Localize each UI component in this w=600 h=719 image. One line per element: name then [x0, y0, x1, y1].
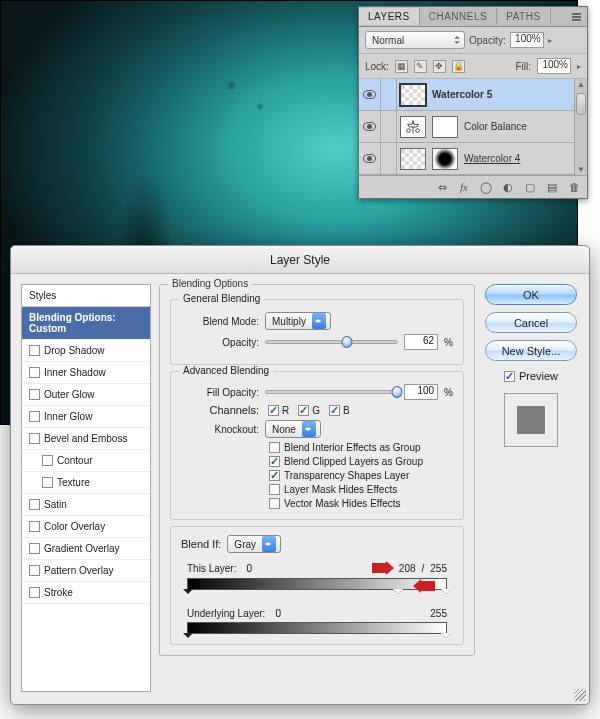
white-stop-split-left[interactable] — [393, 589, 403, 599]
style-bevel-emboss[interactable]: Bevel and Emboss — [22, 428, 150, 450]
checkbox[interactable] — [298, 405, 309, 416]
link-col[interactable] — [381, 111, 397, 142]
layer-name[interactable]: Color Balance — [464, 121, 527, 132]
opacity-slider[interactable] — [265, 340, 398, 344]
adjustment-thumbnail[interactable] — [400, 116, 426, 138]
knockout-select[interactable]: None — [265, 420, 321, 438]
new-group-icon[interactable]: ▢ — [523, 180, 537, 194]
checkbox[interactable] — [269, 470, 280, 481]
style-gradient-overlay[interactable]: Gradient Overlay — [22, 538, 150, 560]
link-col[interactable] — [381, 79, 397, 110]
checkbox[interactable] — [29, 433, 40, 444]
fill-opacity-input[interactable]: 100 — [404, 384, 438, 400]
blend-mode-select[interactable]: Multiply — [265, 312, 331, 330]
visibility-eye-icon[interactable] — [363, 90, 376, 99]
delete-layer-icon[interactable]: 🗑 — [567, 180, 581, 194]
tab-paths[interactable]: PATHS — [497, 8, 550, 25]
checkbox[interactable] — [29, 411, 40, 422]
checkbox[interactable] — [29, 499, 40, 510]
adjustment-layer-icon[interactable]: ◐ — [501, 180, 515, 194]
new-style-button[interactable]: New Style... — [485, 340, 577, 361]
checkbox[interactable] — [29, 587, 40, 598]
style-color-overlay[interactable]: Color Overlay — [22, 516, 150, 538]
underlying-gradient[interactable] — [187, 622, 447, 634]
layer-blend-mode-select[interactable]: Normal — [365, 31, 465, 49]
fill-input[interactable]: 100% — [537, 58, 571, 74]
ok-button[interactable]: OK — [485, 284, 577, 305]
opt-blend-clipped[interactable]: Blend Clipped Layers as Group — [269, 456, 453, 467]
tab-layers[interactable]: LAYERS — [359, 8, 420, 25]
checkbox[interactable] — [269, 456, 280, 467]
style-inner-glow[interactable]: Inner Glow — [22, 406, 150, 428]
checkbox[interactable] — [29, 345, 40, 356]
opacity-input[interactable]: 100% — [510, 32, 544, 48]
styles-header[interactable]: Styles — [22, 285, 150, 307]
checkbox[interactable] — [329, 405, 340, 416]
scrollbar-thumb[interactable] — [576, 93, 586, 115]
fill-opacity-slider[interactable] — [265, 390, 398, 394]
layers-scrollbar[interactable] — [574, 79, 587, 175]
lock-all-icon[interactable]: 🔒 — [452, 60, 465, 73]
style-pattern-overlay[interactable]: Pattern Overlay — [22, 560, 150, 582]
blend-if-select[interactable]: Gray — [227, 535, 281, 553]
checkbox[interactable] — [269, 484, 280, 495]
style-texture[interactable]: Texture — [22, 472, 150, 494]
panel-menu-icon[interactable] — [568, 9, 584, 25]
channel-b[interactable]: B — [329, 405, 350, 416]
visibility-eye-icon[interactable] — [363, 154, 376, 163]
new-layer-icon[interactable]: ▤ — [545, 180, 559, 194]
black-stop[interactable] — [183, 589, 193, 599]
layer-mask-thumbnail[interactable] — [432, 116, 458, 138]
checkbox[interactable] — [29, 565, 40, 576]
lock-position-icon[interactable]: ✥ — [433, 60, 446, 73]
opt-transparency-shapes[interactable]: Transparency Shapes Layer — [269, 470, 453, 481]
fill-popup-icon[interactable]: ▸ — [577, 62, 581, 71]
link-col[interactable] — [381, 143, 397, 174]
opacity-value-input[interactable]: 62 — [404, 334, 438, 350]
opt-vector-mask-hides[interactable]: Vector Mask Hides Effects — [269, 498, 453, 509]
checkbox[interactable] — [268, 405, 279, 416]
layer-row[interactable]: Watercolor 5 — [359, 79, 587, 111]
slider-thumb[interactable] — [392, 386, 403, 398]
white-stop[interactable] — [441, 589, 451, 599]
layer-thumbnail[interactable] — [400, 84, 426, 106]
opacity-popup-icon[interactable]: ▸ — [548, 36, 552, 45]
channel-g[interactable]: G — [298, 405, 320, 416]
style-stroke[interactable]: Stroke — [22, 582, 150, 604]
style-inner-shadow[interactable]: Inner Shadow — [22, 362, 150, 384]
layer-name[interactable]: Watercolor 4 — [464, 153, 520, 164]
layer-name[interactable]: Watercolor 5 — [432, 89, 492, 100]
resize-grip-icon[interactable] — [574, 689, 586, 701]
checkbox[interactable] — [269, 498, 280, 509]
style-drop-shadow[interactable]: Drop Shadow — [22, 340, 150, 362]
checkbox[interactable] — [504, 371, 515, 382]
checkbox[interactable] — [29, 389, 40, 400]
white-stop[interactable] — [441, 633, 451, 643]
layer-row[interactable]: Color Balance — [359, 111, 587, 143]
black-stop[interactable] — [183, 633, 193, 643]
link-layers-icon[interactable]: ⇔ — [435, 180, 449, 194]
style-blending-options[interactable]: Blending Options: Custom — [22, 307, 150, 340]
lock-transparency-icon[interactable]: ▦ — [395, 60, 408, 73]
style-satin[interactable]: Satin — [22, 494, 150, 516]
layer-style-fx-icon[interactable]: fx — [457, 180, 471, 194]
this-layer-gradient[interactable] — [187, 578, 447, 590]
tab-channels[interactable]: CHANNELS — [420, 8, 497, 25]
layer-thumbnail[interactable] — [400, 148, 426, 170]
checkbox[interactable] — [29, 543, 40, 554]
layer-row[interactable]: Watercolor 4 — [359, 143, 587, 175]
lock-pixels-icon[interactable]: ✎ — [414, 60, 427, 73]
channel-r[interactable]: R — [268, 405, 289, 416]
checkbox[interactable] — [29, 521, 40, 532]
opt-blend-interior[interactable]: Blend Interior Effects as Group — [269, 442, 453, 453]
cancel-button[interactable]: Cancel — [485, 312, 577, 333]
checkbox[interactable] — [42, 477, 53, 488]
preview-toggle[interactable]: Preview — [504, 370, 558, 382]
visibility-eye-icon[interactable] — [363, 122, 376, 131]
layer-mask-thumbnail[interactable] — [432, 148, 458, 170]
style-contour[interactable]: Contour — [22, 450, 150, 472]
checkbox[interactable] — [29, 367, 40, 378]
slider-thumb[interactable] — [342, 336, 353, 348]
checkbox[interactable] — [269, 442, 280, 453]
checkbox[interactable] — [42, 455, 53, 466]
